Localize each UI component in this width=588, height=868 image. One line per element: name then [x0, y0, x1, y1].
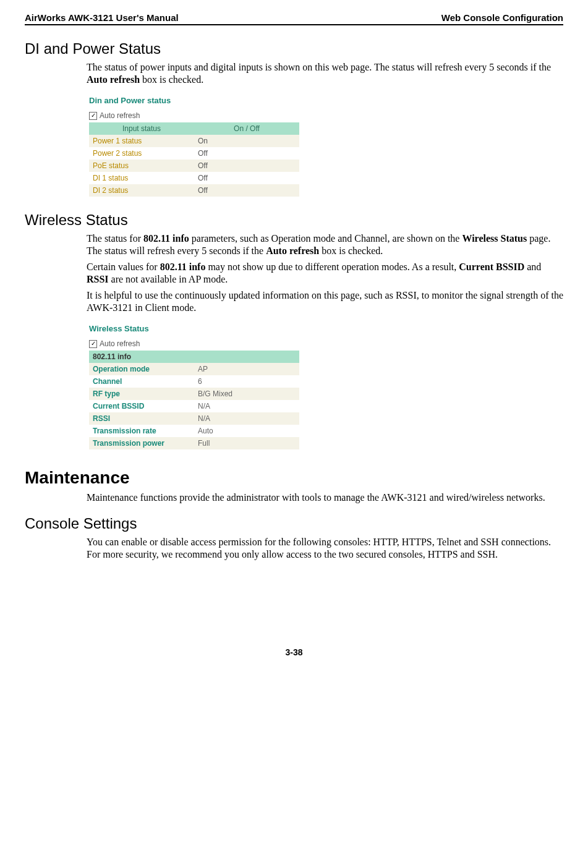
table-row: PoE statusOff	[89, 160, 299, 172]
row-value: Off	[194, 160, 299, 172]
row-value: Off	[194, 147, 299, 160]
text: box is checked.	[319, 245, 383, 256]
row-value: N/A	[194, 412, 299, 425]
row-value: Auto	[194, 425, 299, 437]
bold: Auto refresh	[266, 245, 319, 256]
table-row: Current BSSIDN/A	[89, 400, 299, 412]
din-status-table: Input status On / Off Power 1 statusOn P…	[89, 122, 299, 197]
din-power-status-widget: Din and Power status ✓ Auto refresh Inpu…	[87, 92, 309, 200]
row-value: B/G Mixed	[194, 388, 299, 400]
row-label: Power 1 status	[89, 135, 194, 147]
wireless-status-widget: Wireless Status ✓ Auto refresh 802.11 in…	[87, 320, 309, 453]
auto-refresh-row: ✓ Auto refresh	[89, 111, 309, 120]
console-paragraph: You can enable or disable access permiss…	[87, 536, 563, 561]
text: are not available in AP mode.	[109, 274, 228, 284]
auto-refresh-row: ✓ Auto refresh	[89, 339, 309, 348]
row-label: Operation mode	[89, 363, 194, 375]
text: and	[524, 262, 541, 272]
section-header-80211: 802.11 info	[89, 351, 299, 363]
row-label: Transmission rate	[89, 425, 194, 437]
row-value: N/A	[194, 400, 299, 412]
row-value: Off	[194, 172, 299, 184]
section-heading-maintenance: Maintenance	[25, 468, 563, 488]
bold: Current BSSID	[459, 262, 524, 272]
text: box is checked.	[140, 74, 203, 85]
auto-refresh-label: Auto refresh	[100, 339, 140, 348]
di-paragraph: The status of power inputs and digital i…	[87, 61, 563, 86]
row-value: Full	[194, 437, 299, 449]
bold: RSSI	[87, 274, 109, 284]
table-row: Channel6	[89, 375, 299, 388]
maintenance-paragraph: Maintenance functions provide the admini…	[87, 491, 563, 504]
row-value: On	[194, 135, 299, 147]
th-input-status: Input status	[89, 122, 194, 135]
row-label: Power 2 status	[89, 147, 194, 160]
table-row: DI 2 statusOff	[89, 184, 299, 197]
text: parameters, such as Operation mode and C…	[189, 233, 462, 244]
table-row: RSSIN/A	[89, 412, 299, 425]
table-row: Power 1 statusOn	[89, 135, 299, 147]
row-label: DI 2 status	[89, 184, 194, 197]
row-label: DI 1 status	[89, 172, 194, 184]
bold-auto-refresh: Auto refresh	[87, 74, 140, 85]
section-heading-di: DI and Power Status	[25, 40, 563, 57]
page-header: AirWorks AWK-3121 User's Manual Web Cons…	[25, 12, 563, 25]
table-row: Operation modeAP	[89, 363, 299, 375]
page-number: 3-38	[25, 647, 563, 657]
th-on-off: On / Off	[194, 122, 299, 135]
auto-refresh-label: Auto refresh	[100, 111, 140, 120]
row-label: RF type	[89, 388, 194, 400]
section-heading-console: Console Settings	[25, 515, 563, 532]
widget-title: Din and Power status	[89, 96, 309, 105]
row-value: Off	[194, 184, 299, 197]
table-row: Transmission rateAuto	[89, 425, 299, 437]
header-right: Web Console Configuration	[441, 12, 563, 23]
table-row: Transmission powerFull	[89, 437, 299, 449]
text: Certain values for	[87, 262, 160, 272]
table-header-row: Input status On / Off	[89, 122, 299, 135]
row-value: AP	[194, 363, 299, 375]
table-header-row: 802.11 info	[89, 351, 299, 363]
section-heading-wireless: Wireless Status	[25, 211, 563, 229]
text: The status for	[87, 233, 143, 244]
header-left: AirWorks AWK-3121 User's Manual	[25, 12, 179, 23]
row-label: Channel	[89, 375, 194, 388]
row-value: 6	[194, 375, 299, 388]
row-label: Current BSSID	[89, 400, 194, 412]
table-row: Power 2 statusOff	[89, 147, 299, 160]
text: The status of power inputs and digital i…	[87, 62, 551, 72]
wireless-paragraph-3: It is helpful to use the continuously up…	[87, 289, 563, 314]
wireless-status-table: 802.11 info Operation modeAP Channel6 RF…	[89, 351, 299, 449]
wireless-paragraph-2: Certain values for 802.11 info may not s…	[87, 261, 563, 286]
bold: Wireless Status	[462, 233, 527, 244]
bold: 802.11 info	[160, 262, 206, 272]
table-row: RF typeB/G Mixed	[89, 388, 299, 400]
row-label: PoE status	[89, 160, 194, 172]
text: may not show up due to different operati…	[205, 262, 459, 272]
bold: 802.11 info	[143, 233, 189, 244]
auto-refresh-checkbox[interactable]: ✓	[89, 340, 97, 348]
table-row: DI 1 statusOff	[89, 172, 299, 184]
row-label: RSSI	[89, 412, 194, 425]
row-label: Transmission power	[89, 437, 194, 449]
auto-refresh-checkbox[interactable]: ✓	[89, 112, 97, 120]
widget-title: Wireless Status	[89, 324, 309, 333]
wireless-paragraph-1: The status for 802.11 info parameters, s…	[87, 232, 563, 257]
